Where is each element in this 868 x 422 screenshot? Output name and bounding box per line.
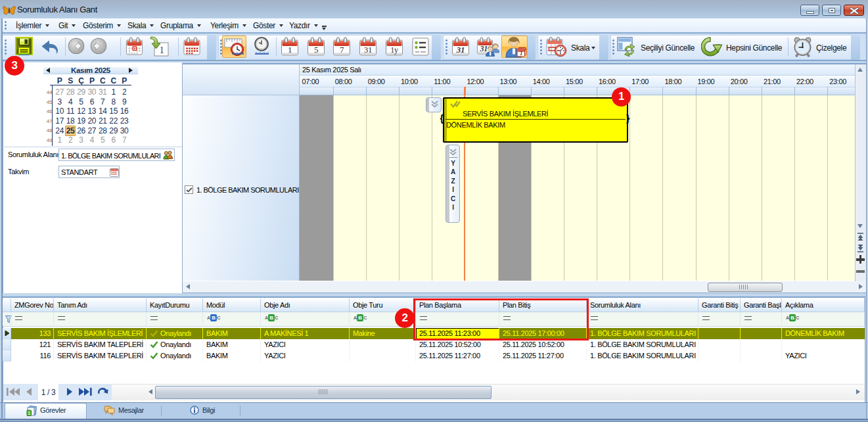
svg-text:31: 31 <box>456 45 465 55</box>
svg-text:31: 31 <box>364 45 372 55</box>
svg-text:1: 1 <box>288 45 292 55</box>
svg-text:7: 7 <box>340 45 344 55</box>
svg-text:1: 1 <box>160 45 164 55</box>
svg-text:5: 5 <box>314 45 318 55</box>
svg-text:1y: 1y <box>390 45 398 55</box>
svg-text:1: 1 <box>520 51 522 57</box>
